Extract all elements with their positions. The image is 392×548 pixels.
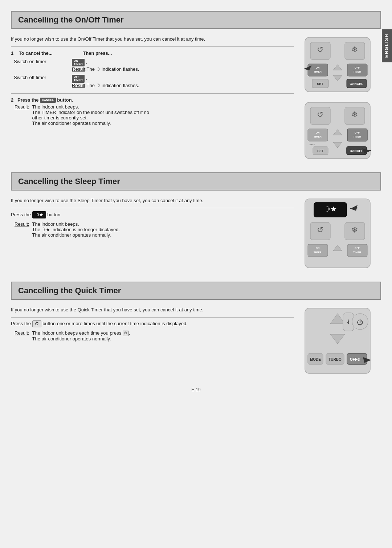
svg-rect-52 <box>347 244 367 257</box>
section-body-cancel-sleep: If you no longer wish to use the Sleep T… <box>11 197 381 271</box>
step1-col2: Then press... <box>83 50 112 56</box>
cancel-btn-inline[interactable]: CANCEL <box>40 98 56 103</box>
quick-timer-btn-inline[interactable]: ⏱ <box>32 320 41 327</box>
svg-text:❄: ❄ <box>351 110 358 119</box>
intro-text-cancel-quick: If you no longer wish to use the Quick T… <box>11 306 294 314</box>
step1-col1: To cancel the... <box>19 50 53 56</box>
step2-result-block: Result: The indoor unit beeps. The TIMER… <box>15 104 294 126</box>
result-label-quick: Result: <box>15 330 29 342</box>
svg-rect-48 <box>308 244 328 257</box>
svg-text:TIMER: TIMER <box>314 251 322 254</box>
english-tab-label: ENGLISH <box>382 29 392 62</box>
svg-text:☽★: ☽★ <box>324 205 337 213</box>
svg-rect-24 <box>308 129 328 141</box>
svg-text:↺: ↺ <box>317 110 323 119</box>
quick-press-line: Press the ⏱ button one or more times unt… <box>11 320 294 327</box>
svg-text:CANCEL: CANCEL <box>350 82 363 86</box>
section-cancel-on-off-timer: Cancelling the On/Off Timer If you no lo… <box>11 11 381 161</box>
on-timer-btn-inline[interactable]: ONTIMER <box>72 59 85 67</box>
svg-text:TIMER: TIMER <box>314 135 322 138</box>
svg-text:SET: SET <box>317 149 324 153</box>
svg-text:❄: ❄ <box>351 45 358 54</box>
svg-text:❄: ❄ <box>351 225 358 234</box>
svg-text:TURBO: TURBO <box>328 357 342 361</box>
press-col2-row2: OFFTIMER . Result:The ☽ indication flash… <box>69 73 294 90</box>
section-text-cancel-sleep: If you no longer wish to use the Sleep T… <box>11 197 294 271</box>
svg-text:OFF: OFF <box>355 66 360 69</box>
step2-result-text: The indoor unit beeps. The TIMER indicat… <box>32 104 149 126</box>
svg-text:ON: ON <box>316 247 320 249</box>
section-header-cancel-on-off: Cancelling the On/Off Timer <box>11 11 381 29</box>
svg-text:MODE: MODE <box>310 357 321 361</box>
svg-text:CANCEL: CANCEL <box>350 149 363 153</box>
svg-text:SAVE: SAVE <box>309 143 315 146</box>
page-number: E-19 <box>11 387 381 392</box>
remote-svg-quick: 🌡 ⏻ MODE TURBO OFF⊙ <box>301 306 374 375</box>
step1-label: 1 To cancel the... Then press... <box>11 50 294 56</box>
section-body-cancel-quick: If you no longer wish to use the Quick T… <box>11 306 381 376</box>
section-header-cancel-sleep: Cancelling the Sleep Timer <box>11 172 381 191</box>
diagram-cancel-on-off: ↺ ❄ ON TIMER OFF TIMER <box>301 36 381 161</box>
result-label-step2: Result: <box>15 104 29 126</box>
sleep-result-block: Result: The indoor unit beeps. The ☽★ in… <box>15 221 294 238</box>
diagram-cancel-sleep: ☽★ ↺ ❄ ON TIMER OF <box>301 197 381 271</box>
svg-text:TIMER: TIMER <box>353 70 361 73</box>
svg-rect-28 <box>347 129 367 141</box>
intro-text-cancel-on-off: If you no longer wish to use the On/Off … <box>11 36 294 43</box>
quick-timer-btn-inline2[interactable]: ⏱ <box>123 331 129 336</box>
remote-diagram-1: ↺ ❄ ON TIMER OFF TIMER <box>301 36 381 95</box>
svg-text:OFF: OFF <box>355 131 360 134</box>
quick-result-text: The indoor unit beeps each time you pres… <box>32 330 130 342</box>
sleep-btn-inline[interactable]: ☽★ <box>32 211 46 218</box>
quick-result-block: Result: The indoor unit beeps each time … <box>15 330 294 342</box>
svg-text:OFF⊙: OFF⊙ <box>350 357 360 361</box>
section-body-cancel-on-off: If you no longer wish to use the On/Off … <box>11 36 381 161</box>
section-text-cancel-on-off: If you no longer wish to use the On/Off … <box>11 36 294 161</box>
svg-text:↺: ↺ <box>317 225 323 234</box>
remote-svg-2: ↺ ❄ ON TIMER OFF TIMER S <box>301 101 374 160</box>
press-col2-row1: ONTIMER . Result:The ☽ indication flashe… <box>69 57 294 74</box>
cancel-col1-row1: Switch-on timer <box>11 57 69 74</box>
remote-svg-1: ↺ ❄ ON TIMER OFF TIMER <box>301 36 374 94</box>
svg-text:TIMER: TIMER <box>314 70 322 73</box>
cancel-col1-row2: Switch-off timer <box>11 73 69 90</box>
remote-diagram-2: ↺ ❄ ON TIMER OFF TIMER S <box>301 101 381 161</box>
section-text-cancel-quick: If you no longer wish to use the Quick T… <box>11 306 294 376</box>
svg-text:ON: ON <box>316 66 320 69</box>
page: ENGLISH Cancelling the On/Off Timer If y… <box>0 0 392 548</box>
svg-text:⏻: ⏻ <box>357 319 363 326</box>
diagram-cancel-quick: 🌡 ⏻ MODE TURBO OFF⊙ <box>301 306 381 376</box>
result-text-row2: Result:The ☽ indication flashes. <box>72 83 139 88</box>
svg-text:OFF: OFF <box>355 247 360 249</box>
svg-text:↺: ↺ <box>317 45 323 54</box>
result-label-sleep: Result: <box>15 221 29 238</box>
svg-text:🌡: 🌡 <box>346 319 351 325</box>
remote-svg-sleep: ☽★ ↺ ❄ ON TIMER OF <box>301 197 374 270</box>
section-cancel-sleep-timer: Cancelling the Sleep Timer If you no lon… <box>11 172 381 271</box>
svg-text:TIMER: TIMER <box>353 135 361 138</box>
intro-text-cancel-sleep: If you no longer wish to use the Sleep T… <box>11 197 294 204</box>
svg-text:SET: SET <box>317 82 323 86</box>
off-timer-btn-inline[interactable]: OFFTIMER <box>72 75 85 83</box>
svg-text:ON: ON <box>316 131 320 134</box>
sleep-result-text: The indoor unit beeps. The ☽★ indication… <box>32 221 120 238</box>
section-header-cancel-quick: Cancelling the Quick Timer <box>11 282 381 300</box>
svg-text:TIMER: TIMER <box>353 251 361 254</box>
result-text-row1: Result:The ☽ indication flashes. <box>72 66 139 72</box>
step2-label: 2 Press the CANCEL button. <box>11 97 294 103</box>
svg-rect-9 <box>347 64 367 76</box>
sleep-press-line: Press the ☽★ button. <box>11 211 294 218</box>
section-cancel-quick-timer: Cancelling the Quick Timer If you no lon… <box>11 282 381 376</box>
